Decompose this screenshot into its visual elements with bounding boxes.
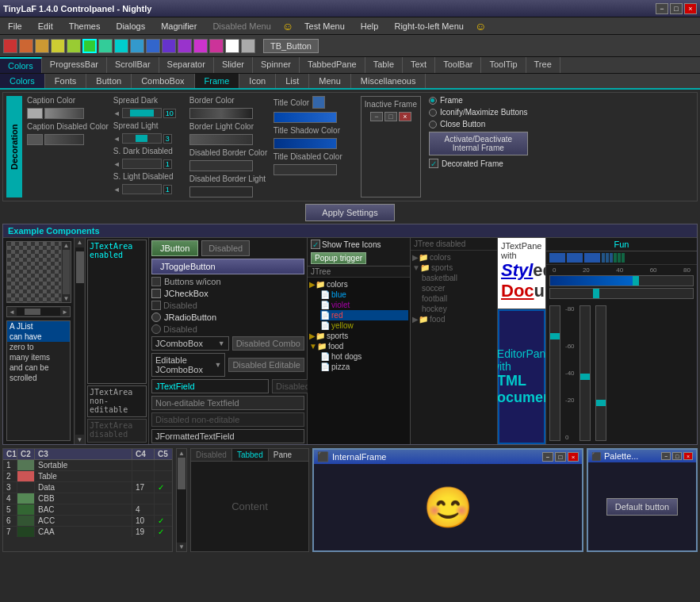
list-item-2[interactable]: zero to	[7, 342, 70, 352]
tree-node-red[interactable]: 📄 red	[320, 310, 408, 320]
list-item-1[interactable]: can have	[7, 332, 70, 342]
mini-tab-tabbed[interactable]: Tabbed	[232, 449, 269, 461]
menu-dialogs[interactable]: Dialogs	[111, 20, 150, 33]
jcheckbox-row[interactable]: JCheckBox	[151, 289, 304, 298]
jradio-row[interactable]: JRadioButton	[151, 313, 304, 322]
scroll-right-arrow[interactable]: ►	[60, 309, 70, 316]
if-minimize-btn[interactable]: −	[542, 452, 553, 462]
scroll-thumb-v[interactable]	[63, 250, 70, 294]
table-row-3[interactable]: 4 CBB	[3, 493, 172, 504]
inactive-max-btn[interactable]: □	[384, 112, 397, 121]
caption-color-swatch[interactable]	[27, 108, 43, 119]
swatch-white[interactable]	[225, 39, 239, 53]
table-row-2[interactable]: 3 Data 17 ✓	[3, 482, 172, 493]
swatch-1[interactable]	[19, 39, 33, 53]
swatch-7[interactable]	[114, 39, 128, 53]
inactive-min-btn[interactable]: −	[370, 112, 383, 121]
swatch-0[interactable]	[3, 39, 17, 53]
jlist[interactable]: A JList can have zero to many items and …	[6, 320, 71, 441]
radio-close[interactable]: Close Button	[429, 120, 528, 128]
tab-scrollbar[interactable]: ScrollBar	[107, 57, 159, 73]
tab2-colors[interactable]: Colors	[0, 74, 45, 88]
swatch-2[interactable]	[35, 39, 49, 53]
radio-frame[interactable]: Frame	[429, 96, 528, 105]
menu-rtl[interactable]: Right-to-left Menu	[389, 20, 468, 33]
jradio[interactable]	[151, 313, 161, 322]
spread-light-track[interactable]	[122, 133, 162, 144]
buttons-wicon-checkbox[interactable]	[151, 277, 161, 286]
title-disabled-preview[interactable]	[273, 164, 337, 175]
v-slider-3-track[interactable]	[595, 305, 606, 441]
tab-progressbar[interactable]: ProgressBar	[42, 57, 107, 73]
vscroll-thumb[interactable]	[76, 251, 84, 283]
title-color-swatch-icon[interactable]	[312, 96, 325, 109]
spread-light-left-arrow[interactable]: ◄	[113, 135, 120, 143]
jcheckbox[interactable]	[151, 289, 161, 298]
if-close-btn[interactable]: ×	[568, 452, 579, 462]
tab-slider[interactable]: Slider	[214, 57, 253, 73]
scroll-down-arrow[interactable]: ▼	[62, 295, 71, 302]
jtextfield[interactable]	[151, 379, 269, 393]
tab-tabbedpane[interactable]: TabbedPane	[300, 57, 365, 73]
swatch-12[interactable]	[193, 39, 208, 53]
h-slider-2-thumb[interactable]	[593, 289, 599, 298]
jcombobox[interactable]: JComboBox ▼	[151, 336, 229, 351]
table-row-1[interactable]: 2 Table	[3, 471, 172, 482]
spread-dark-track[interactable]	[122, 108, 162, 118]
table-scroll-down[interactable]: ▼	[177, 543, 186, 551]
menu-edit[interactable]: Edit	[33, 20, 58, 33]
tab2-button[interactable]: Button	[86, 74, 132, 88]
menu-help[interactable]: Help	[356, 20, 384, 33]
vscroll-down[interactable]: ▼	[75, 435, 85, 444]
table-row-4[interactable]: 5 BAC 4	[3, 504, 172, 516]
disabled-border-preview[interactable]	[189, 160, 253, 171]
tab-separator[interactable]: Separator	[159, 57, 214, 73]
tree-node-pizza[interactable]: 📄 pizza	[320, 362, 408, 372]
swatch-4[interactable]	[67, 39, 81, 53]
jtextpane-area[interactable]: JTextPane with Styled Document	[498, 238, 545, 309]
h-slider-1[interactable]	[549, 275, 694, 286]
jbutton[interactable]: JButton	[151, 240, 198, 256]
activate-deactivate-button[interactable]: Activate/Deactivate Internal Frame	[429, 132, 528, 155]
tree-node-sports[interactable]: ▶📁 sports	[309, 331, 408, 341]
tab2-icon[interactable]: Icon	[239, 74, 276, 88]
h-slider-2[interactable]	[549, 288, 694, 299]
popup-trigger-btn[interactable]: Popup trigger	[311, 252, 366, 264]
s-dark-disabled-arrow[interactable]: ◄	[113, 160, 120, 168]
radio-iconify[interactable]: Iconify/Maximize Buttons	[429, 108, 528, 117]
list-item-0[interactable]: A JList	[7, 321, 70, 332]
v-slider-2-track[interactable]	[580, 305, 591, 441]
h-slider-1-thumb[interactable]	[633, 276, 639, 286]
show-tree-icons-checkbox[interactable]: ✓	[311, 240, 320, 249]
swatch-3[interactable]	[51, 39, 65, 53]
palette-close-btn[interactable]: ×	[683, 452, 693, 460]
minimize-button[interactable]: −	[656, 3, 668, 14]
close-button[interactable]: ×	[684, 3, 697, 14]
tab-tree[interactable]: Tree	[526, 57, 560, 73]
swatch-5[interactable]	[82, 39, 97, 53]
decorated-frame-checkbox[interactable]: ✓	[429, 159, 438, 168]
list-item-5[interactable]: scrolled	[7, 373, 70, 383]
border-color-preview[interactable]	[189, 108, 253, 119]
maximize-button[interactable]: □	[670, 3, 683, 14]
v-slider-1-thumb[interactable]	[550, 333, 560, 339]
swatch-gray[interactable]	[241, 39, 255, 53]
scroll-left-arrow[interactable]: ◄	[7, 309, 17, 316]
tree-node-food[interactable]: ▼📁 food	[309, 341, 408, 351]
swatch-10[interactable]	[162, 39, 176, 53]
v-slider-2-thumb[interactable]	[580, 374, 590, 380]
tab-text[interactable]: Text	[403, 57, 435, 73]
swatch-6[interactable]	[98, 39, 113, 53]
editable-jcombobox[interactable]: Editable JComboBox ▼	[151, 353, 225, 377]
s-light-disabled-arrow[interactable]: ◄	[113, 186, 120, 194]
tab2-fonts[interactable]: Fonts	[45, 74, 87, 88]
tab2-combobox[interactable]: ComboBox	[132, 74, 194, 88]
h-scrollbar[interactable]: ◄ ►	[6, 306, 71, 317]
menu-magnifier[interactable]: Magnifier	[156, 20, 201, 33]
tree-node-blue[interactable]: 📄 blue	[320, 289, 408, 300]
tab2-misc[interactable]: Miscellaneous	[351, 74, 427, 88]
spread-dark-left-arrow[interactable]: ◄	[113, 109, 120, 117]
jtoggle-button[interactable]: JToggleButton	[151, 259, 304, 274]
jeditorpane[interactable]: JEditorPane with HTML Document	[498, 309, 545, 444]
menu-test[interactable]: Test Menu	[300, 20, 350, 33]
